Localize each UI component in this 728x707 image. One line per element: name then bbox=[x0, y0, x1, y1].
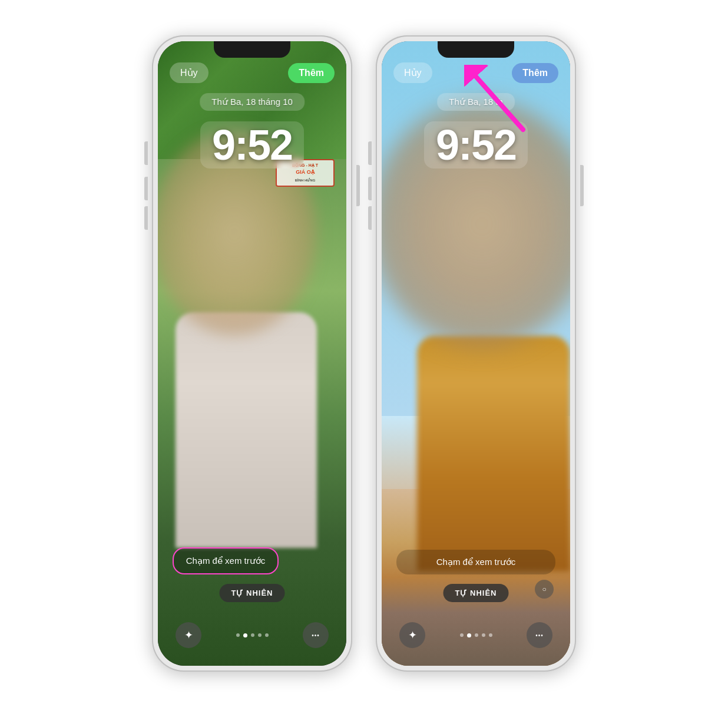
left-dot-1 bbox=[236, 633, 240, 637]
right-preview-area: Chạm để xem trước bbox=[396, 550, 555, 574]
left-customize-icon[interactable]: ✦ bbox=[176, 622, 201, 648]
left-more-icon[interactable]: ••• bbox=[303, 622, 329, 648]
right-nature-label: TỰ NHIÊN bbox=[455, 589, 497, 597]
right-phone: Hủy Thêm Thứ Ba, 18 th 9:52 Chạm để xem … bbox=[376, 35, 576, 672]
right-dot-3 bbox=[475, 633, 478, 637]
right-notch bbox=[438, 41, 514, 58]
left-phone-screen: BỒNG - HẠ T GIÁ OẠ BÌNH HƯNG Hủy Thêm Th… bbox=[158, 41, 346, 666]
left-pagination-dots bbox=[236, 633, 269, 637]
right-phone-wrapper: Hủy Thêm Thứ Ba, 18 th 9:52 Chạm để xem … bbox=[376, 35, 576, 672]
right-nature-button[interactable]: TỰ NHIÊN bbox=[444, 584, 509, 602]
right-circle-button[interactable]: ○ bbox=[535, 580, 554, 599]
right-phone-screen: Hủy Thêm Thứ Ba, 18 th 9:52 Chạm để xem … bbox=[382, 41, 570, 666]
left-top-bar: Hủy Thêm bbox=[158, 62, 346, 83]
left-dot-3 bbox=[251, 633, 254, 637]
left-add-button[interactable]: Thêm bbox=[288, 63, 335, 83]
left-dot-2 bbox=[243, 633, 247, 637]
left-time-text: 9:52 bbox=[212, 121, 292, 169]
left-dot-4 bbox=[258, 633, 262, 637]
left-signboard: BỒNG - HẠ T GIÁ OẠ BÌNH HƯNG bbox=[276, 159, 335, 306]
right-dot-5 bbox=[489, 633, 492, 637]
left-time-display: 9:52 bbox=[200, 121, 304, 169]
left-notch bbox=[214, 41, 290, 58]
right-shirt bbox=[417, 336, 570, 571]
left-phone-wrapper: BỒNG - HẠ T GIÁ OẠ BÌNH HƯNG Hủy Thêm Th… bbox=[152, 35, 352, 672]
left-date-display: Thứ Ba, 18 tháng 10 bbox=[200, 93, 305, 111]
left-dot-5 bbox=[265, 633, 269, 637]
left-bottom-bar: ✦ ••• bbox=[158, 622, 346, 648]
left-phone: BỒNG - HẠ T GIÁ OẠ BÌNH HƯNG Hủy Thêm Th… bbox=[152, 35, 352, 672]
left-date-text: Thứ Ba, 18 tháng 10 bbox=[211, 97, 293, 107]
right-cancel-button[interactable]: Hủy bbox=[393, 62, 432, 83]
left-shirt bbox=[176, 312, 317, 548]
left-preview-label: Chạm để xem trước bbox=[186, 556, 266, 566]
left-nature-button[interactable]: TỰ NHIÊN bbox=[220, 584, 285, 602]
right-more-icon[interactable]: ••• bbox=[527, 622, 552, 648]
right-customize-icon[interactable]: ✦ bbox=[399, 622, 425, 648]
right-dot-2 bbox=[467, 633, 471, 637]
pink-arrow bbox=[464, 65, 535, 138]
left-cancel-button[interactable]: Hủy bbox=[170, 62, 209, 83]
right-dot-1 bbox=[460, 633, 464, 637]
right-dot-4 bbox=[482, 633, 485, 637]
left-nature-label: TỰ NHIÊN bbox=[231, 589, 273, 597]
right-preview-label: Chạm để xem trước bbox=[436, 557, 516, 567]
svg-line-1 bbox=[476, 77, 523, 130]
left-preview-button[interactable]: Chạm để xem trước bbox=[173, 547, 279, 574]
right-pagination-dots bbox=[460, 633, 492, 637]
right-bottom-bar: ✦ ••• bbox=[382, 622, 570, 648]
